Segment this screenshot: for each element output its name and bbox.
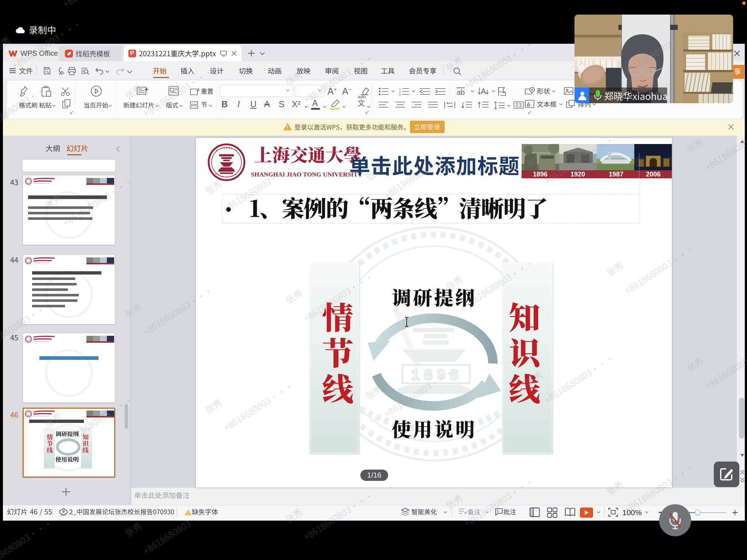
svg-text:A: A <box>527 101 530 107</box>
svg-text:A: A <box>481 87 486 96</box>
svg-text:3: 3 <box>399 93 401 96</box>
